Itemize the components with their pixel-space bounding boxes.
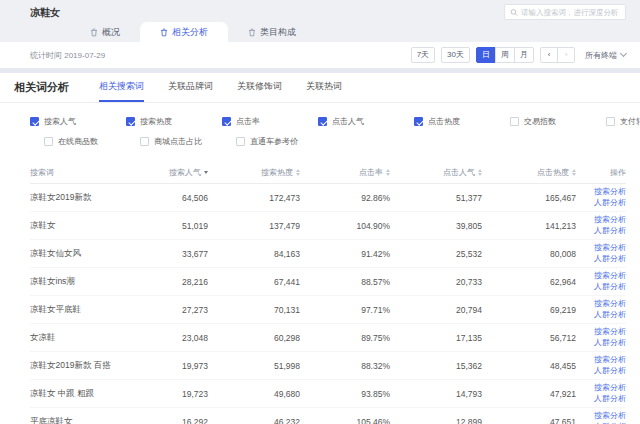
table-row: 女凉鞋23,04860,29889.75%17,13556,712搜索分析人群分… (30, 324, 626, 352)
day-button[interactable]: 日 (476, 47, 496, 63)
checkbox-icon[interactable] (140, 137, 149, 146)
table-header-row: 搜索词搜索人气搜索热度点击率点击人气点击热度操作 (30, 162, 626, 184)
column-header[interactable]: 点击率 (300, 167, 390, 178)
crowd-analysis-link[interactable]: 人群分析 (594, 366, 626, 376)
crowd-analysis-link[interactable]: 人群分析 (594, 282, 626, 292)
tab-overview[interactable]: 概况 (70, 22, 140, 42)
checkbox-icon[interactable] (414, 117, 423, 126)
filter-checkbox-item[interactable]: 直通车参考价 (222, 136, 318, 147)
column-header: 搜索词 (30, 167, 150, 178)
column-header[interactable]: 搜索热度 (208, 167, 300, 178)
search-analysis-link[interactable]: 搜索分析 (594, 187, 626, 197)
filter-label: 支付转化率 (620, 116, 640, 127)
filter-checkbox-item[interactable]: 在线商品数 (30, 136, 126, 147)
metric-cell: 89.75% (300, 333, 390, 343)
top-bar: 凉鞋女 (0, 0, 640, 22)
range-30d-button[interactable]: 30天 (441, 47, 470, 63)
filter-row-2: 在线商品数商城点击占比直通车参考价 (30, 136, 640, 147)
week-button[interactable]: 周 (495, 47, 515, 63)
column-header-label: 操作 (610, 167, 626, 178)
filter-checkbox-item[interactable]: 点击人气 (318, 116, 414, 127)
checkbox-icon[interactable] (606, 117, 615, 126)
metric-cell: 165,467 (482, 193, 576, 203)
column-header[interactable]: 点击热度 (482, 167, 576, 178)
keyword-cell: 凉鞋女 (30, 220, 150, 232)
subtab-hot-words[interactable]: 关联热词 (306, 73, 342, 102)
keyword-cell: 凉鞋女仙女风 (30, 248, 150, 260)
checkbox-icon[interactable] (126, 117, 135, 126)
crowd-analysis-link[interactable]: 人群分析 (594, 254, 626, 264)
crowd-analysis-link[interactable]: 人群分析 (594, 394, 626, 404)
ops-cell: 搜索分析人群分析 (576, 215, 626, 236)
metric-cell: 33,677 (150, 249, 208, 259)
filter-label: 点击热度 (428, 116, 460, 127)
checkbox-icon[interactable] (236, 137, 245, 146)
search-analysis-link[interactable]: 搜索分析 (594, 383, 626, 393)
filter-label: 搜索热度 (140, 116, 172, 127)
table-body: 凉鞋女2019新款64,506172,47392.86%51,377165,46… (30, 184, 626, 424)
subtab-related-search-words[interactable]: 相关搜索词 (99, 73, 144, 102)
prev-date-button[interactable]: ‹ (540, 47, 558, 63)
column-header-label: 搜索人气 (169, 167, 201, 178)
search-analysis-link[interactable]: 搜索分析 (594, 243, 626, 253)
search-input[interactable] (521, 8, 620, 17)
table-row: 凉鞋女2019新款 百搭19,97351,99888.32%15,36248,4… (30, 352, 626, 380)
ops-cell: 搜索分析人群分析 (576, 327, 626, 348)
main-panel: 相关词分析 相关搜索词 关联品牌词 关联修饰词 关联热词 搜索人气搜索热度点击率… (0, 73, 640, 424)
column-header-label: 搜索词 (30, 167, 54, 178)
tab-related-analysis[interactable]: 相关分析 (140, 22, 228, 42)
keyword-cell: 平底凉鞋女 (30, 416, 150, 424)
tab-label: 类目构成 (260, 26, 296, 39)
keyword-cell: 凉鞋女平底鞋 (30, 304, 150, 316)
filter-checkbox-item[interactable]: 商城点击占比 (126, 136, 222, 147)
filter-checkbox-item[interactable]: 点击热度 (414, 116, 510, 127)
range-7d-button[interactable]: 7天 (411, 47, 435, 63)
search-analysis-link[interactable]: 搜索分析 (594, 299, 626, 309)
month-button[interactable]: 月 (514, 47, 534, 63)
keyword-cell: 凉鞋女ins潮 (30, 276, 150, 288)
column-header[interactable]: 搜索人气 (150, 167, 208, 178)
stat-time: 统计时间 2019-07-29 (30, 50, 105, 61)
search-analysis-link[interactable]: 搜索分析 (594, 215, 626, 225)
column-header[interactable]: 点击人气 (390, 167, 482, 178)
checkbox-icon[interactable] (318, 117, 327, 126)
keyword-cell: 女凉鞋 (30, 332, 150, 344)
metric-cell: 69,219 (482, 305, 576, 315)
filter-checkbox-item[interactable]: 点击率 (222, 116, 318, 127)
tab-category-composition[interactable]: 类目构成 (228, 22, 316, 42)
checkbox-icon[interactable] (510, 117, 519, 126)
crowd-analysis-link[interactable]: 人群分析 (594, 310, 626, 320)
checkbox-icon[interactable] (30, 117, 39, 126)
metric-cell: 47,921 (482, 389, 576, 399)
keyword-cell: 凉鞋女2019新款 百搭 (30, 360, 150, 372)
subtab-modifier-words[interactable]: 关联修饰词 (237, 73, 282, 102)
filter-checkbox-item[interactable]: 搜索热度 (126, 116, 222, 127)
column-header-label: 点击人气 (443, 167, 475, 178)
filter-label: 点击人气 (332, 116, 364, 127)
filter-checkbox-item[interactable]: 搜索人气 (30, 116, 126, 127)
terminal-dropdown[interactable]: 所有终端 (585, 50, 626, 61)
metric-cell: 16,292 (150, 417, 208, 424)
next-date-button[interactable]: › (557, 47, 575, 63)
crowd-analysis-link[interactable]: 人群分析 (594, 226, 626, 236)
crowd-analysis-link[interactable]: 人群分析 (594, 338, 626, 348)
search-analysis-link[interactable]: 搜索分析 (594, 271, 626, 281)
filter-label: 直通车参考价 (250, 136, 298, 147)
search-box[interactable] (504, 4, 626, 20)
search-analysis-link[interactable]: 搜索分析 (594, 327, 626, 337)
column-header-label: 点击热度 (537, 167, 569, 178)
search-analysis-link[interactable]: 搜索分析 (594, 355, 626, 365)
metric-cell: 92.86% (300, 193, 390, 203)
subtab-brand-words[interactable]: 关联品牌词 (168, 73, 213, 102)
crowd-analysis-link[interactable]: 人群分析 (594, 198, 626, 208)
metric-cell: 49,680 (208, 389, 300, 399)
metric-cell: 88.32% (300, 361, 390, 371)
filter-checkbox-item[interactable]: 交易指数 (510, 116, 606, 127)
filter-checkbox-item[interactable]: 支付转化率 (606, 116, 640, 127)
checkbox-icon[interactable] (44, 137, 53, 146)
checkbox-icon[interactable] (222, 117, 231, 126)
ops-cell: 搜索分析人群分析 (576, 271, 626, 292)
metric-cell: 88.57% (300, 277, 390, 287)
metric-cell: 93.85% (300, 389, 390, 399)
search-analysis-link[interactable]: 搜索分析 (594, 411, 626, 421)
